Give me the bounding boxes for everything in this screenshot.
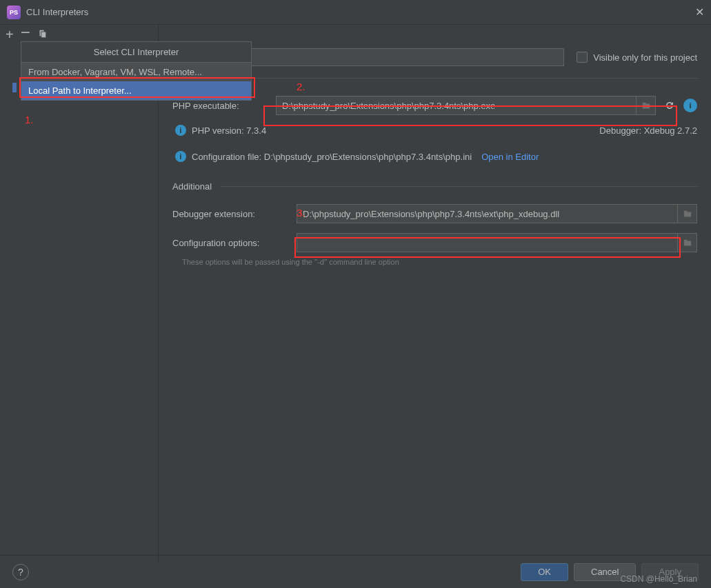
php-executable-label: PHP executable:	[172, 101, 276, 111]
debugger-extension-input[interactable]	[297, 204, 678, 223]
dropdown-item-local[interactable]: Local Path to Interpreter...	[21, 81, 251, 100]
edit-icon[interactable]	[678, 233, 697, 252]
add-icon[interactable]: +	[6, 28, 14, 41]
section-divider	[212, 78, 697, 79]
cli-interpreter-dropdown: Select CLI Interpreter From Docker, Vagr…	[21, 41, 252, 101]
info-icon: i	[175, 151, 186, 162]
name-input[interactable]	[203, 48, 564, 66]
debugger-extension-label: Debugger extension:	[172, 209, 297, 219]
visible-only-label: Visible only for this project	[593, 52, 697, 63]
php-executable-input[interactable]	[276, 96, 637, 115]
checkbox-icon	[577, 52, 588, 63]
titlebar: PS CLI Interpreters ✕	[0, 0, 711, 25]
debugger-label: Debugger: Xdebug 2.7.2	[599, 125, 697, 136]
copy-icon[interactable]	[37, 28, 47, 41]
interpreter-details-panel: Name: Visible only for this project Gene…	[159, 25, 711, 562]
dropdown-header: Select CLI Interpreter	[21, 42, 251, 63]
annotation-label-3: 3.	[297, 207, 306, 219]
additional-section-label: Additional	[172, 181, 212, 192]
annotation-label-2: 2.	[297, 81, 306, 92]
reload-icon[interactable]	[660, 96, 679, 115]
config-file-label: Configuration file: D:\phpstudy_pro\Exte…	[192, 152, 472, 162]
php-version-label: PHP version: 7.3.4	[192, 125, 266, 136]
info-icon: i	[175, 125, 186, 136]
app-icon: PS	[7, 6, 21, 19]
remove-icon[interactable]: −	[21, 24, 30, 41]
dialog-button-bar: ? OK Cancel Apply	[0, 555, 711, 588]
info-icon[interactable]: i	[683, 99, 697, 112]
config-options-label: Configuration options:	[172, 238, 297, 248]
browse-icon[interactable]	[637, 96, 656, 115]
open-in-editor-link[interactable]: Open in Editor	[481, 152, 539, 162]
dropdown-item-docker[interactable]: From Docker, Vagrant, VM, WSL, Remote...	[21, 63, 251, 81]
config-options-hint: These options will be passed using the '…	[172, 258, 697, 266]
interpreter-list-panel: + −	[0, 25, 159, 562]
selected-entry-marker	[12, 83, 17, 92]
config-options-input[interactable]	[297, 233, 678, 252]
window-title: CLI Interpreters	[26, 7, 88, 17]
section-divider	[220, 186, 697, 187]
watermark: CSDN @Hello_Brian	[620, 574, 697, 584]
annotation-label-1: 1.	[25, 114, 34, 125]
close-icon[interactable]: ✕	[695, 6, 704, 19]
visible-only-checkbox[interactable]: Visible only for this project	[577, 52, 697, 63]
help-icon[interactable]: ?	[12, 564, 29, 580]
ok-button[interactable]: OK	[521, 563, 568, 581]
browse-icon[interactable]	[678, 204, 697, 223]
